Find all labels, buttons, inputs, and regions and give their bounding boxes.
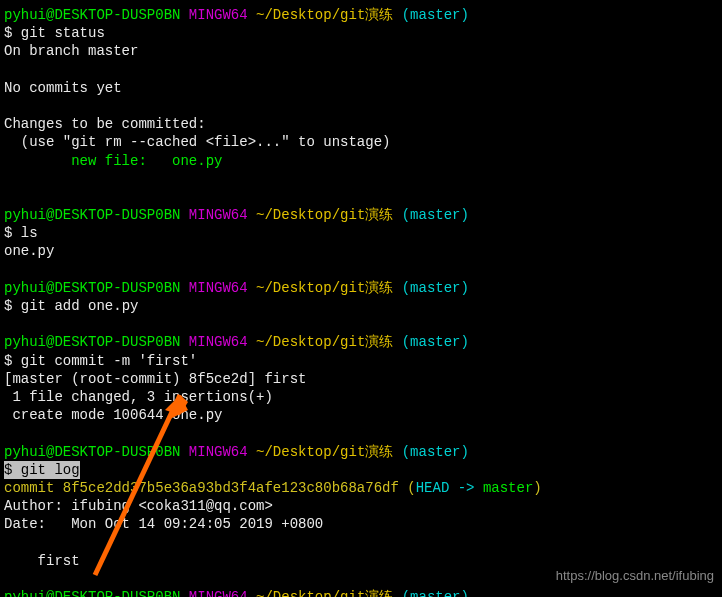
- prompt-line-5: pyhui@DESKTOP-DUSP0BN MINGW64 ~/Desktop/…: [4, 443, 718, 461]
- command: git add one.py: [21, 298, 139, 314]
- path: ~/Desktop/git演练: [256, 7, 393, 23]
- output: No commits yet: [4, 79, 718, 97]
- output: Changes to be committed:: [4, 115, 718, 133]
- output: (use "git rm --cached <file>..." to unst…: [4, 133, 718, 151]
- cmd-line: $ git commit -m 'first': [4, 352, 718, 370]
- prompt-line-2: pyhui@DESKTOP-DUSP0BN MINGW64 ~/Desktop/…: [4, 206, 718, 224]
- prompt-line-1: pyhui@DESKTOP-DUSP0BN MINGW64 ~/Desktop/…: [4, 6, 718, 24]
- prompt-line-3: pyhui@DESKTOP-DUSP0BN MINGW64 ~/Desktop/…: [4, 279, 718, 297]
- output: one.py: [4, 242, 718, 260]
- commit-line: commit 8f5ce2dd37b5e36a93bd3f4afe123c80b…: [4, 479, 718, 497]
- prompt-line-6: pyhui@DESKTOP-DUSP0BN MINGW64 ~/Desktop/…: [4, 588, 718, 597]
- output: Date: Mon Oct 14 09:24:05 2019 +0800: [4, 515, 718, 533]
- command: ls: [21, 225, 38, 241]
- watermark: https://blog.csdn.net/ifubing: [556, 568, 714, 585]
- cmd-line: $ git status: [4, 24, 718, 42]
- branch: (master): [402, 7, 469, 23]
- command: git status: [21, 25, 105, 41]
- commit-message: first: [4, 552, 718, 570]
- cmd-line: $ git add one.py: [4, 297, 718, 315]
- output: [master (root-commit) 8f5ce2d] first: [4, 370, 718, 388]
- prompt-line-4: pyhui@DESKTOP-DUSP0BN MINGW64 ~/Desktop/…: [4, 333, 718, 351]
- output: On branch master: [4, 42, 718, 60]
- new-file: new file: one.py: [4, 152, 718, 170]
- output: Author: ifubing <coka311@qq.com>: [4, 497, 718, 515]
- command: git commit -m 'first': [21, 353, 197, 369]
- highlighted-cmd: $ git log: [4, 461, 80, 479]
- cmd-line: $ ls: [4, 224, 718, 242]
- output: create mode 100644 one.py: [4, 406, 718, 424]
- user: pyhui@DESKTOP-DUSP0BN: [4, 7, 180, 23]
- cmd-line: $ git log: [4, 461, 718, 479]
- mingw: MINGW64: [189, 7, 248, 23]
- output: 1 file changed, 3 insertions(+): [4, 388, 718, 406]
